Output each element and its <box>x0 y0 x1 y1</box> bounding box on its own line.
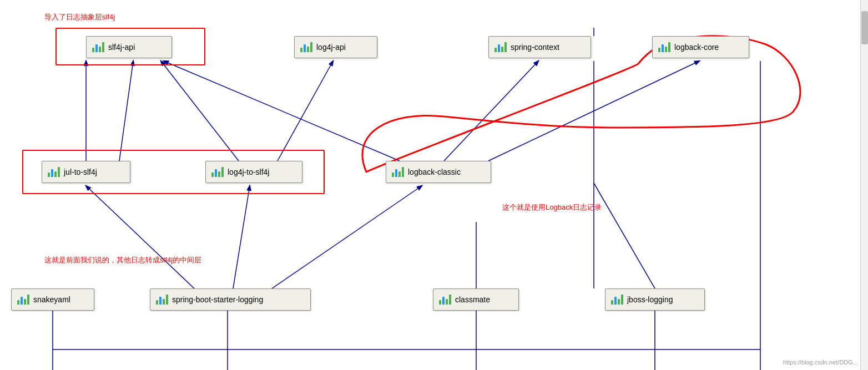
svg-line-1 <box>119 61 133 161</box>
bar-icon-jul-to-slf4j <box>48 167 60 177</box>
svg-line-3 <box>277 61 333 161</box>
scrollbar-thumb[interactable] <box>861 11 868 44</box>
svg-line-2 <box>161 61 239 161</box>
node-label-spring-boot-starter-logging: spring-boot-starter-logging <box>172 295 263 304</box>
node-slf4j-api: slf4j-api <box>86 36 172 58</box>
svg-line-5 <box>488 61 699 161</box>
label-middle-layer: 这就是前面我们说的，其他日志转成slf4j的中间层 <box>44 255 201 265</box>
svg-line-6 <box>444 61 538 161</box>
bar-icon-log4j-to-slf4j <box>211 167 224 177</box>
bar-icon-classmate <box>439 295 451 305</box>
label-logback-logging: 这个就是使用Logback日志记录 <box>502 202 602 212</box>
bar-icon-logback-classic <box>392 167 404 177</box>
node-snakeyaml: snakeyaml <box>11 288 94 311</box>
bar-icon-logback-core <box>658 42 670 52</box>
node-jul-to-slf4j: jul-to-slf4j <box>42 161 130 183</box>
node-label-classmate: classmate <box>455 295 490 304</box>
node-label-slf4j-api: slf4j-api <box>108 43 135 52</box>
bar-icon-spring-boot-starter-logging <box>156 295 168 305</box>
watermark: https://blog.csdn.net/DDG... <box>783 359 858 366</box>
svg-line-8 <box>233 186 250 288</box>
label-slf4j-abstract: 导入了日志抽象层slf4j <box>44 12 115 22</box>
node-label-logback-core: logback-core <box>674 43 719 52</box>
svg-line-18 <box>594 183 655 288</box>
node-label-logback-classic: logback-classic <box>408 168 461 176</box>
node-label-spring-context: spring-context <box>511 43 559 52</box>
bar-icon-spring-context <box>494 42 507 52</box>
bar-icon-slf4j-api <box>92 42 104 52</box>
node-classmate: classmate <box>433 288 519 311</box>
node-label-jboss-logging: jboss-logging <box>627 295 673 304</box>
node-logback-core: logback-core <box>652 36 749 58</box>
node-label-log4j-api: log4j-api <box>316 43 346 52</box>
node-log4j-api: log4j-api <box>294 36 377 58</box>
bar-icon-jboss-logging <box>611 295 623 305</box>
node-label-snakeyaml: snakeyaml <box>33 295 70 304</box>
node-label-jul-to-slf4j: jul-to-slf4j <box>64 168 97 176</box>
node-logback-classic: logback-classic <box>386 161 491 183</box>
svg-line-7 <box>86 186 194 288</box>
node-label-log4j-to-slf4j: log4j-to-slf4j <box>228 168 269 176</box>
diagram-container: slf4j-api log4j-api spring-context logba… <box>0 0 868 370</box>
svg-line-9 <box>272 186 422 288</box>
scrollbar[interactable] <box>860 0 868 370</box>
svg-line-4 <box>164 61 400 161</box>
node-log4j-to-slf4j: log4j-to-slf4j <box>205 161 302 183</box>
node-spring-boot-starter-logging: spring-boot-starter-logging <box>150 288 311 311</box>
node-spring-context: spring-context <box>488 36 591 58</box>
bar-icon-snakeyaml <box>17 295 29 305</box>
node-jboss-logging: jboss-logging <box>605 288 705 311</box>
bar-icon-log4j-api <box>300 42 312 52</box>
